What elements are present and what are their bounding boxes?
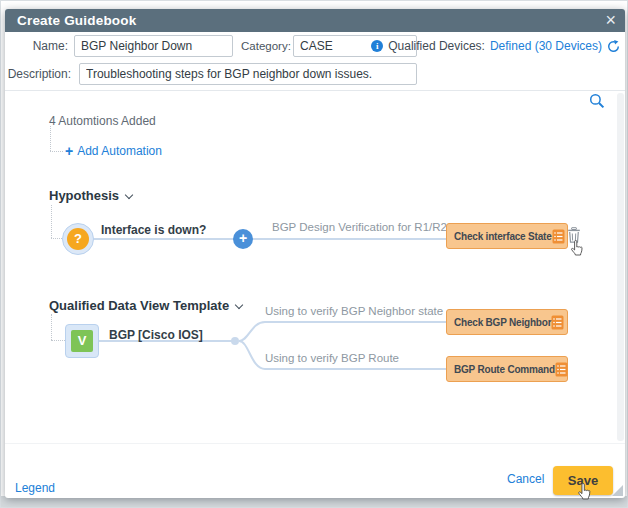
add-automation-button[interactable]: + Add Automation (65, 144, 162, 158)
view-template-icon: V (71, 330, 93, 352)
canvas-scrollbar[interactable] (617, 93, 624, 441)
add-automation-label: Add Automation (77, 144, 162, 158)
name-input[interactable] (74, 35, 233, 57)
close-icon[interactable]: × (605, 9, 616, 31)
data-view-template-node[interactable]: V (65, 324, 99, 358)
data-view-template-header-label: Qualified Data View Template (49, 298, 229, 313)
dotted-connector (50, 151, 63, 152)
action-button-label: Check interface State (454, 231, 552, 242)
hand-cursor-icon (577, 483, 592, 500)
check-bgp-neighbor-button[interactable]: Check BGP Neighbor (446, 309, 568, 335)
automations-count-text: 4 Automtions Added (49, 114, 156, 128)
info-icon: i (371, 40, 383, 52)
hand-cursor-icon (570, 240, 584, 256)
data-view-template-node-label: BGP [Cisco IOS] (109, 328, 203, 342)
branch-edge-label: Using to verify BGP Route (265, 352, 399, 364)
plus-icon: + (239, 230, 247, 246)
list-icon (555, 362, 568, 377)
qualified-devices-group: i Qualified Devices: Defined (30 Devices… (371, 35, 620, 57)
hypothesis-header-label: Hypothesis (49, 188, 119, 203)
connector-line (93, 238, 446, 240)
dotted-connector (51, 238, 62, 239)
app-background: Create Guidebook × Name: Category: i Qua… (0, 0, 628, 508)
dotted-connector (51, 314, 52, 340)
dialog-titlebar: Create Guidebook × (5, 9, 625, 32)
name-label: Name: (5, 35, 68, 57)
dotted-connector (51, 340, 65, 341)
description-label: Description: (5, 63, 71, 85)
qualified-devices-label: Qualified Devices: (388, 39, 485, 53)
refresh-icon[interactable] (607, 40, 620, 53)
resize-handle[interactable] (612, 485, 623, 496)
dotted-connector (51, 205, 52, 238)
list-icon (551, 315, 564, 330)
header-divider (5, 90, 625, 91)
hypothesis-node[interactable]: ? (62, 223, 94, 255)
hypothesis-edge-label: BGP Design Verification for R1/R2 (272, 221, 447, 233)
bgp-route-command-button[interactable]: BGP Route Command (446, 356, 568, 382)
hypothesis-section-header[interactable]: Hypothesis (49, 188, 132, 203)
qualified-devices-link[interactable]: Defined (30 Devices) (490, 39, 602, 53)
chevron-down-icon (125, 191, 133, 199)
create-guidebook-dialog: Create Guidebook × Name: Category: i Qua… (5, 9, 625, 498)
canvas-bottom-divider (5, 443, 625, 444)
question-icon: ? (67, 228, 89, 250)
description-input[interactable] (79, 63, 417, 85)
plus-icon: + (65, 144, 73, 158)
dialog-title: Create Guidebook (17, 9, 136, 32)
action-button-label: Check BGP Neighbor (454, 317, 551, 328)
check-interface-state-button[interactable]: Check interface State (446, 223, 568, 249)
search-icon[interactable] (589, 93, 605, 109)
branch-edge-label: Using to verify BGP Neighbor state (265, 305, 443, 317)
legend-link[interactable]: Legend (15, 481, 55, 495)
dotted-connector (50, 126, 51, 151)
hypothesis-node-label: Interface is down? (101, 223, 206, 237)
action-button-label: BGP Route Command (454, 364, 555, 375)
list-icon (552, 229, 565, 244)
cancel-button[interactable]: Cancel (507, 472, 544, 486)
data-view-template-section-header[interactable]: Qualified Data View Template (49, 298, 242, 313)
add-node-button[interactable]: + (233, 229, 253, 249)
category-label: Category: (241, 35, 291, 57)
